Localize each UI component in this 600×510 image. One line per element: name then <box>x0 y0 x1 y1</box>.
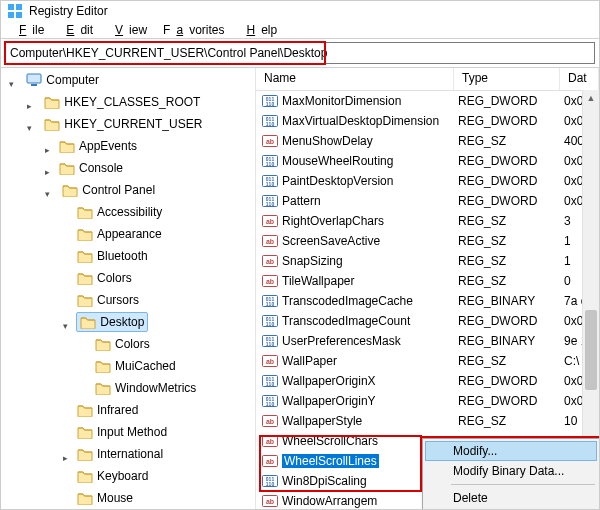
titlebar: Registry Editor <box>1 1 599 22</box>
value-type: REG_DWORD <box>454 374 560 388</box>
tree-node-colors[interactable]: Colors <box>73 268 136 288</box>
value-type: REG_SZ <box>454 414 560 428</box>
expand-collapse-icon[interactable]: ▾ <box>59 320 71 332</box>
folder-icon <box>77 293 93 307</box>
context-menu-modify[interactable]: Modify... <box>425 441 597 461</box>
expand-collapse-icon[interactable]: ▸ <box>41 166 53 178</box>
scroll-thumb[interactable] <box>585 310 597 390</box>
value-name: WallpaperStyle <box>282 414 362 428</box>
tree-node-desktop[interactable]: Desktop <box>76 312 148 332</box>
value-row[interactable]: PatternREG_DWORD0x0 <box>256 191 599 211</box>
tree-label: Mouse <box>97 489 133 507</box>
reg-binary-icon <box>262 373 278 389</box>
value-type: REG_DWORD <box>454 194 560 208</box>
menu-edit[interactable]: Edit <box>54 22 99 38</box>
value-row[interactable]: UserPreferencesMaskREG_BINARY9e 1 <box>256 331 599 351</box>
value-row[interactable]: WallPaperREG_SZC:\ <box>256 351 599 371</box>
expand-collapse-icon[interactable]: ▸ <box>59 452 71 464</box>
computer-icon <box>26 73 42 87</box>
value-row[interactable]: TileWallpaperREG_SZ0 <box>256 271 599 291</box>
value-row[interactable]: SnapSizingREG_SZ1 <box>256 251 599 271</box>
value-name: TranscodedImageCache <box>282 294 413 308</box>
reg-string-icon <box>262 253 278 269</box>
folder-icon <box>77 403 93 417</box>
value-row[interactable]: MaxMonitorDimensionREG_DWORD0x0 <box>256 91 599 111</box>
folder-icon <box>77 205 93 219</box>
value-type: REG_BINARY <box>454 334 560 348</box>
value-row[interactable]: MaxVirtualDesktopDimensionREG_DWORD0x0 <box>256 111 599 131</box>
column-header-data[interactable]: Dat <box>560 68 599 90</box>
value-row[interactable]: PaintDesktopVersionREG_DWORD0x0 <box>256 171 599 191</box>
folder-icon <box>77 249 93 263</box>
folder-icon <box>77 271 93 285</box>
value-type: REG_DWORD <box>454 174 560 188</box>
expand-collapse-icon[interactable]: ▾ <box>23 122 35 134</box>
expand-collapse-icon[interactable]: ▸ <box>23 100 35 112</box>
tree-node-mouse[interactable]: Mouse <box>73 488 137 508</box>
tree-node-desktop-colors[interactable]: Colors <box>91 334 154 354</box>
context-menu-delete[interactable]: Delete <box>425 488 597 508</box>
tree-label: International <box>97 445 163 463</box>
tree-label: Bluetooth <box>97 247 148 265</box>
tree-node-appevents[interactable]: AppEvents <box>55 136 141 156</box>
column-header-type[interactable]: Type <box>454 68 560 90</box>
reg-binary-icon <box>262 473 278 489</box>
menu-help[interactable]: Help <box>234 22 283 38</box>
tree-node-console[interactable]: Console <box>55 158 127 178</box>
value-name: Win8DpiScaling <box>282 474 367 488</box>
value-row[interactable]: WallpaperOriginXREG_DWORD0x0 <box>256 371 599 391</box>
tree-node-keyboard[interactable]: Keyboard <box>73 466 152 486</box>
value-row[interactable]: TranscodedImageCountREG_DWORD0x0 <box>256 311 599 331</box>
tree-node-infrared[interactable]: Infrared <box>73 400 142 420</box>
value-name: WallpaperOriginX <box>282 374 376 388</box>
expand-collapse-icon[interactable]: ▾ <box>5 78 17 90</box>
value-row[interactable]: MenuShowDelayREG_SZ400 <box>256 131 599 151</box>
tree-label: Appearance <box>97 225 162 243</box>
menu-view[interactable]: View <box>103 22 153 38</box>
menu-favorites[interactable]: Favorites <box>157 22 230 38</box>
tree-node-controlpanel[interactable]: Control Panel <box>58 180 159 200</box>
value-row[interactable]: WallpaperStyleREG_SZ10 <box>256 411 599 431</box>
window-title: Registry Editor <box>29 4 108 18</box>
column-header-name[interactable]: Name <box>256 68 454 90</box>
value-row[interactable]: RightOverlapCharsREG_SZ3 <box>256 211 599 231</box>
folder-icon <box>44 117 60 131</box>
value-row[interactable]: TranscodedImageCacheREG_BINARY7a c <box>256 291 599 311</box>
tree-label: WindowMetrics <box>115 379 196 397</box>
value-row[interactable]: MouseWheelRoutingREG_DWORD0x0 <box>256 151 599 171</box>
reg-string-icon <box>262 213 278 229</box>
value-row[interactable]: ScreenSaveActiveREG_SZ1 <box>256 231 599 251</box>
expand-collapse-icon[interactable]: ▸ <box>41 144 53 156</box>
menu-file[interactable]: File <box>7 22 50 38</box>
tree-node-computer[interactable]: Computer <box>22 70 103 90</box>
address-input[interactable] <box>5 42 595 64</box>
value-name: WheelScrollChars <box>282 434 378 448</box>
tree-pane[interactable]: ▾ Computer ▸ HKEY_CLASSES_ROOT <box>1 68 256 509</box>
value-row[interactable]: WallpaperOriginYREG_DWORD0x0 <box>256 391 599 411</box>
tree-node-muicached[interactable]: MuiCached <box>91 356 180 376</box>
value-name: WindowArrangem <box>282 494 377 508</box>
value-type: REG_SZ <box>454 214 560 228</box>
value-name: Pattern <box>282 194 321 208</box>
tree-label: Input Method <box>97 423 167 441</box>
tree-node-cursors[interactable]: Cursors <box>73 290 143 310</box>
value-name: WallPaper <box>282 354 337 368</box>
expand-collapse-icon[interactable]: ▾ <box>41 188 53 200</box>
context-menu-modify-binary[interactable]: Modify Binary Data... <box>425 461 597 481</box>
value-name: WallpaperOriginY <box>282 394 376 408</box>
value-name: TileWallpaper <box>282 274 354 288</box>
tree-node-international[interactable]: International <box>73 444 167 464</box>
value-type: REG_SZ <box>454 234 560 248</box>
tree-node-hkcu[interactable]: HKEY_CURRENT_USER <box>40 114 206 134</box>
tree-node-inputmethod[interactable]: Input Method <box>73 422 171 442</box>
value-type: REG_SZ <box>454 254 560 268</box>
value-name: RightOverlapChars <box>282 214 384 228</box>
tree-node-appearance[interactable]: Appearance <box>73 224 166 244</box>
tree-node-bluetooth[interactable]: Bluetooth <box>73 246 152 266</box>
reg-binary-icon <box>262 153 278 169</box>
scroll-up-arrow-icon[interactable]: ▲ <box>583 90 599 106</box>
tree-node-windowmetrics[interactable]: WindowMetrics <box>91 378 200 398</box>
tree-node-hkcr[interactable]: HKEY_CLASSES_ROOT <box>40 92 204 112</box>
folder-icon <box>59 139 75 153</box>
tree-node-accessibility[interactable]: Accessibility <box>73 202 166 222</box>
